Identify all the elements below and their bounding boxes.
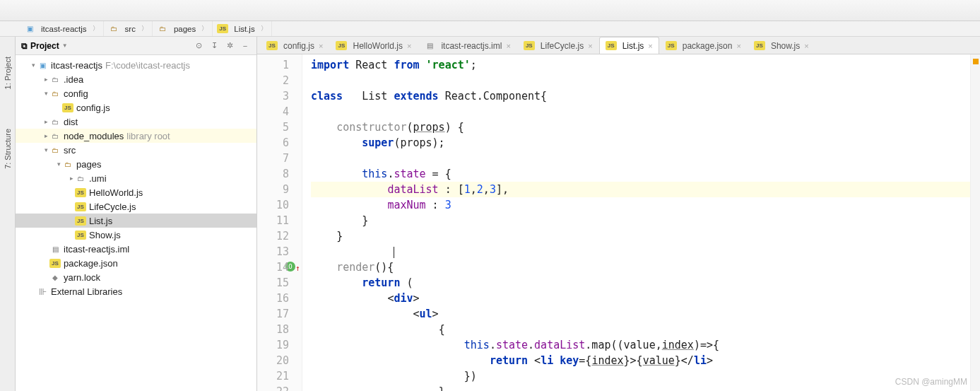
project-panel-title[interactable]: ⧉ Project ▼ xyxy=(21,41,189,51)
tree-node[interactable]: ▸🗀.idea xyxy=(16,72,256,86)
gutter: O↑ 12345678910111213141516171819202122 xyxy=(257,54,302,391)
code-line[interactable]: return <li key={index}>{value}</li> xyxy=(311,353,970,368)
line-number[interactable]: 19 xyxy=(257,337,289,353)
close-icon[interactable]: × xyxy=(648,42,652,50)
editor-tab[interactable]: JSconfig.js× xyxy=(260,37,329,54)
tree-node[interactable]: JSLifeCycle.js xyxy=(16,199,256,214)
code-line[interactable] xyxy=(311,73,970,88)
line-number[interactable]: 8 xyxy=(257,166,289,182)
tree-node[interactable]: ▾🗀pages xyxy=(16,157,256,171)
line-number[interactable]: 15 xyxy=(257,275,289,291)
editor-area: JSconfig.js×JSHelloWorld.js×▤itcast-reac… xyxy=(257,37,980,391)
close-icon[interactable]: × xyxy=(588,42,592,50)
line-number[interactable]: 5 xyxy=(257,119,289,135)
code-line[interactable]: this.state.dataList.map((value,index)=>{ xyxy=(311,337,970,353)
code-line[interactable]: render(){ xyxy=(311,259,970,275)
locate-icon[interactable]: ⊙ xyxy=(193,40,204,52)
error-stripe[interactable] xyxy=(970,54,980,391)
line-number[interactable]: 12 xyxy=(257,228,289,244)
editor-tab[interactable]: JSShow.js× xyxy=(748,37,815,54)
line-number[interactable]: 7 xyxy=(257,151,289,166)
editor-tab[interactable]: JSpackage.json× xyxy=(659,37,748,54)
code-line[interactable] xyxy=(311,244,970,259)
line-number[interactable]: 4 xyxy=(257,104,289,119)
code-line[interactable] xyxy=(311,104,970,119)
code-line[interactable]: return ( xyxy=(311,275,970,291)
tree-node[interactable]: JSHelloWorld.js xyxy=(16,185,256,199)
line-number[interactable]: 11 xyxy=(257,213,289,228)
close-icon[interactable]: × xyxy=(506,42,510,50)
breadcrumb: ▣itcast-reactjs〉🗀src〉🗀pages〉JSList.js〉 xyxy=(0,21,980,37)
line-number[interactable]: 22 xyxy=(257,384,289,391)
code-line[interactable]: super(props); xyxy=(311,135,970,151)
code-line[interactable]: this.state = { xyxy=(311,166,970,182)
editor-tab[interactable]: JSHelloWorld.js× xyxy=(329,37,418,54)
close-icon[interactable]: × xyxy=(319,42,323,50)
line-number[interactable]: 13 xyxy=(257,244,289,259)
tree-node[interactable]: ▸🗀dist xyxy=(16,115,256,129)
tree-node[interactable]: JSShow.js xyxy=(16,228,256,242)
code-line[interactable] xyxy=(311,151,970,166)
breadcrumb-item[interactable]: 🗀src〉 xyxy=(104,21,153,36)
close-icon[interactable]: × xyxy=(407,42,411,50)
project-view-icon: ⧉ xyxy=(21,41,28,51)
breadcrumb-item[interactable]: JSList.js〉 xyxy=(213,21,271,36)
line-number[interactable]: 17 xyxy=(257,306,289,322)
project-tool-window: ⧉ Project ▼ ⊙ ↧ ✲ − ▾▣itcast-reactjsF:\c… xyxy=(16,37,257,391)
code-line[interactable]: maxNum : 3 xyxy=(311,197,970,213)
tree-node[interactable]: ⊪External Libraries xyxy=(16,284,256,298)
line-number[interactable]: 2 xyxy=(257,73,289,88)
tree-node[interactable]: ◆yarn.lock xyxy=(16,270,256,284)
code-line[interactable]: } xyxy=(311,228,970,244)
code-line[interactable]: }) xyxy=(311,368,970,384)
editor-tab[interactable]: ▤itcast-reactjs.iml× xyxy=(418,37,516,54)
tree-node[interactable]: ▾🗀src xyxy=(16,143,256,157)
code-line[interactable]: <ul> xyxy=(311,306,970,322)
code-line[interactable]: import React from 'react'; xyxy=(311,57,970,73)
line-number[interactable]: 20 xyxy=(257,353,289,368)
project-tree[interactable]: ▾▣itcast-reactjsF:\code\itcast-reactjs▸🗀… xyxy=(16,55,256,391)
line-number[interactable]: 21 xyxy=(257,368,289,384)
line-number[interactable]: 18 xyxy=(257,322,289,337)
warning-indicator[interactable] xyxy=(973,59,979,64)
code-line[interactable]: { xyxy=(311,322,970,337)
code-line[interactable]: class List extends React.Component{ xyxy=(311,88,970,104)
code-line[interactable]: <div> xyxy=(311,291,970,306)
tree-node[interactable]: JSList.js xyxy=(16,214,256,228)
editor-tab[interactable]: JSLifeCycle.js× xyxy=(517,37,599,54)
tree-node[interactable]: ▸🗀node_moduleslibrary root xyxy=(16,129,256,143)
line-number[interactable]: 10 xyxy=(257,197,289,213)
tool-window-tab[interactable]: 1: Project xyxy=(4,51,12,95)
close-icon[interactable]: × xyxy=(736,42,740,50)
tree-node[interactable]: JSpackage.json xyxy=(16,256,256,270)
code-line[interactable]: constructor(props) { xyxy=(311,119,970,135)
line-number[interactable]: 1 xyxy=(257,57,289,73)
line-number[interactable]: 3 xyxy=(257,88,289,104)
tree-node[interactable]: ▸🗀.umi xyxy=(16,171,256,185)
code-line[interactable]: dataList : [1,2,3], xyxy=(311,182,970,197)
code-area[interactable]: import React from 'react';class List ext… xyxy=(302,54,970,391)
tree-node[interactable]: ▾🗀config xyxy=(16,86,256,100)
line-number[interactable]: 9 xyxy=(257,182,289,197)
implements-arrow-icon[interactable]: ↑ xyxy=(295,261,300,276)
settings-icon[interactable]: ✲ xyxy=(224,40,235,52)
text-cursor xyxy=(394,247,394,258)
editor-tab[interactable]: JSList.js× xyxy=(599,37,659,54)
line-number[interactable]: 14 xyxy=(257,259,289,275)
breadcrumb-item[interactable]: ▣itcast-reactjs〉 xyxy=(20,21,104,36)
tree-node[interactable]: ▤itcast-reactjs.iml xyxy=(16,242,256,256)
main-toolbar xyxy=(0,0,980,21)
line-number[interactable]: 6 xyxy=(257,135,289,151)
breadcrumb-item[interactable]: 🗀pages〉 xyxy=(153,21,213,36)
line-number[interactable]: 16 xyxy=(257,291,289,306)
tool-window-tab[interactable]: 7: Structure xyxy=(4,123,12,175)
project-panel-header: ⧉ Project ▼ ⊙ ↧ ✲ − xyxy=(16,37,256,55)
tree-node[interactable]: JSconfig.js xyxy=(16,100,256,115)
tree-node[interactable]: ▾▣itcast-reactjsF:\code\itcast-reactjs xyxy=(16,58,256,72)
code-line[interactable]: } xyxy=(311,384,970,391)
hide-icon[interactable]: − xyxy=(240,40,251,52)
close-icon[interactable]: × xyxy=(804,42,808,50)
dropdown-icon: ▼ xyxy=(62,42,68,49)
collapse-icon[interactable]: ↧ xyxy=(208,40,220,52)
code-line[interactable]: } xyxy=(311,213,970,228)
